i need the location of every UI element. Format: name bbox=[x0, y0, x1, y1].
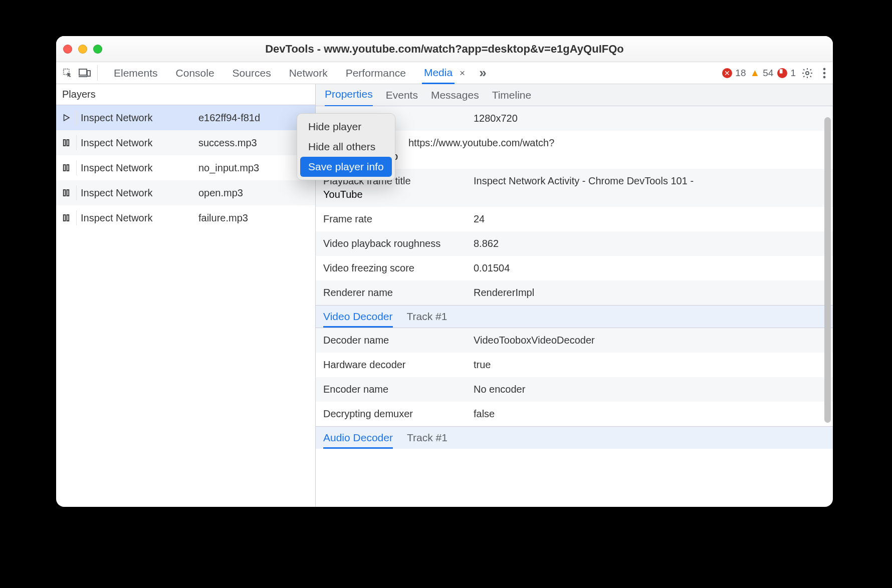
prop-key: Encoder name bbox=[323, 384, 474, 395]
svg-rect-12 bbox=[67, 165, 69, 171]
player-row[interactable]: Inspect Networkno_input.mp3 bbox=[56, 155, 315, 180]
svg-point-7 bbox=[823, 76, 826, 78]
minimize-window-icon[interactable] bbox=[78, 45, 87, 54]
devtools-tabbar: Elements Console Sources Network Perform… bbox=[56, 62, 833, 84]
pause-icon bbox=[56, 138, 76, 147]
svg-marker-8 bbox=[64, 115, 70, 121]
inspect-element-icon[interactable] bbox=[59, 65, 76, 82]
prop-frame-url-value: https://www.youtube.com/watch? bbox=[408, 137, 825, 149]
prop-frame-title-value: Inspect Network Activity - Chrome DevToo… bbox=[474, 175, 825, 187]
tab-media[interactable]: Media bbox=[422, 67, 455, 84]
audio-decoder-section: Audio Decoder Track #1 bbox=[316, 426, 833, 449]
prop-freezing-value: 0.01504 bbox=[474, 262, 825, 274]
prop-key: Video freezing score bbox=[323, 262, 474, 274]
titlebar: DevTools - www.youtube.com/watch?app=des… bbox=[56, 36, 833, 62]
audio-decoder-tab[interactable]: Audio Decoder bbox=[323, 432, 393, 449]
context-menu: Hide player Hide all others Save player … bbox=[297, 113, 395, 180]
ctx-save-player-info[interactable]: Save player info bbox=[300, 157, 392, 177]
pause-icon bbox=[56, 213, 76, 222]
player-row-name: Inspect Network bbox=[81, 212, 198, 224]
svg-point-6 bbox=[823, 72, 826, 74]
prop-roughness-value: 8.862 bbox=[474, 238, 825, 249]
more-icon[interactable] bbox=[816, 65, 833, 82]
svg-rect-13 bbox=[64, 190, 66, 196]
user-count: 1 bbox=[790, 68, 796, 79]
traffic-lights bbox=[63, 45, 102, 54]
prop-key: Decrypting demuxer bbox=[323, 408, 474, 420]
devtools-window: DevTools - www.youtube.com/watch?app=des… bbox=[56, 36, 833, 507]
svg-rect-11 bbox=[64, 165, 66, 171]
panel-tabs: Elements Console Sources Network Perform… bbox=[102, 65, 485, 81]
ctx-hide-player[interactable]: Hide player bbox=[300, 117, 392, 137]
warning-icon: ▲ bbox=[750, 67, 760, 79]
svg-rect-14 bbox=[67, 190, 69, 196]
prop-encoder-value: No encoder bbox=[474, 384, 825, 395]
tabs-overflow-icon[interactable]: » bbox=[479, 65, 484, 81]
player-row-name: Inspect Network bbox=[81, 162, 198, 174]
prop-key: Frame rate bbox=[323, 213, 474, 225]
audio-decoder-track[interactable]: Track #1 bbox=[407, 432, 448, 444]
tab-network[interactable]: Network bbox=[287, 67, 330, 79]
detail-tab-messages[interactable]: Messages bbox=[431, 89, 479, 101]
svg-rect-1 bbox=[79, 69, 87, 75]
pause-icon bbox=[56, 163, 76, 172]
scrollbar[interactable] bbox=[824, 114, 831, 499]
svg-rect-15 bbox=[64, 215, 66, 221]
ctx-hide-others[interactable]: Hide all others bbox=[300, 137, 392, 157]
prop-frame-title-value-cont: YouTube bbox=[323, 187, 825, 200]
detail-tab-timeline[interactable]: Timeline bbox=[492, 89, 532, 101]
players-header: Players bbox=[56, 84, 315, 105]
tab-console[interactable]: Console bbox=[174, 67, 216, 79]
status-badges: ✕ 18 ▲ 54 ▘ 1 bbox=[722, 67, 796, 79]
tab-sources[interactable]: Sources bbox=[231, 67, 273, 79]
prop-framerate-value: 24 bbox=[474, 213, 825, 225]
prop-key: Video playback roughness bbox=[323, 238, 474, 249]
device-toolbar-icon[interactable] bbox=[76, 65, 93, 82]
prop-key: Hardware decoder bbox=[323, 359, 474, 371]
prop-frame-url-value-cont: v=e1gAyQuIFQo bbox=[323, 149, 825, 162]
svg-rect-9 bbox=[64, 140, 66, 146]
svg-rect-3 bbox=[87, 71, 90, 76]
tab-close-icon[interactable]: × bbox=[460, 68, 465, 79]
prop-key: Decoder name bbox=[323, 335, 474, 346]
warnings-badge[interactable]: ▲ 54 bbox=[750, 67, 773, 79]
player-row[interactable]: Inspect Networksuccess.mp3 bbox=[56, 130, 315, 155]
settings-icon[interactable] bbox=[799, 65, 816, 82]
prop-demuxer-value: false bbox=[474, 408, 825, 420]
play-icon bbox=[56, 113, 76, 122]
player-row-name: Inspect Network bbox=[81, 112, 198, 124]
media-panel: Players Inspect Networke162ff94-f81dInsp… bbox=[56, 84, 833, 507]
video-decoder-track[interactable]: Track #1 bbox=[407, 311, 448, 323]
tab-elements[interactable]: Elements bbox=[112, 67, 160, 79]
prop-resolution-value: 1280x720 bbox=[474, 113, 825, 124]
errors-count: 18 bbox=[735, 68, 746, 79]
player-row[interactable]: Inspect Networkfailure.mp3 bbox=[56, 205, 315, 230]
players-list: Inspect Networke162ff94-f81dInspect Netw… bbox=[56, 105, 315, 230]
player-row-file: open.mp3 bbox=[198, 187, 315, 199]
detail-tabs: Properties Events Messages Timeline bbox=[316, 84, 833, 106]
video-decoder-tab[interactable]: Video Decoder bbox=[323, 311, 393, 328]
detail-tab-properties[interactable]: Properties bbox=[325, 88, 373, 107]
svg-rect-16 bbox=[67, 215, 69, 221]
video-decoder-section: Video Decoder Track #1 bbox=[316, 305, 833, 328]
player-row-file: failure.mp3 bbox=[198, 212, 315, 224]
player-row-name: Inspect Network bbox=[81, 137, 198, 149]
tab-performance[interactable]: Performance bbox=[344, 67, 408, 79]
prop-decoder-name-value: VideoTooboxVideoDecoder bbox=[474, 335, 825, 346]
svg-rect-10 bbox=[67, 140, 69, 146]
warnings-count: 54 bbox=[763, 68, 773, 79]
prop-key: Renderer name bbox=[323, 287, 474, 299]
chat-icon: ▘ bbox=[777, 68, 787, 78]
window-title: DevTools - www.youtube.com/watch?app=des… bbox=[56, 43, 833, 56]
svg-point-4 bbox=[806, 72, 809, 75]
errors-badge[interactable]: ✕ 18 bbox=[722, 68, 746, 79]
player-row-name: Inspect Network bbox=[81, 187, 198, 199]
detail-tab-events[interactable]: Events bbox=[386, 89, 418, 101]
error-icon: ✕ bbox=[722, 68, 732, 78]
close-window-icon[interactable] bbox=[63, 45, 72, 54]
pause-icon bbox=[56, 188, 76, 197]
player-row[interactable]: Inspect Networke162ff94-f81d bbox=[56, 105, 315, 130]
user-badge[interactable]: ▘ 1 bbox=[777, 68, 796, 79]
player-row[interactable]: Inspect Networkopen.mp3 bbox=[56, 180, 315, 205]
maximize-window-icon[interactable] bbox=[93, 45, 102, 54]
